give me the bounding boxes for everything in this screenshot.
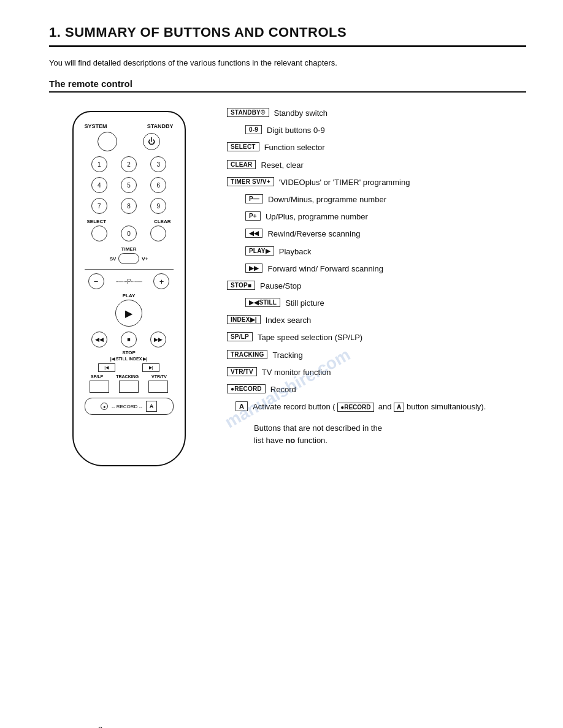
btn-7[interactable]: 7 [91,198,107,214]
tracking-btn[interactable] [119,381,139,393]
rewind-btn[interactable]: ◀◀ [91,332,107,347]
desc-index: INDEX▶| Index search [227,315,526,326]
tag-pplus: P+ [245,211,261,221]
btn-4[interactable]: 4 [91,177,107,193]
desc-record: ●RECORD Record [227,384,526,395]
desc-splp: SP/LP Tape speed selection (SP/LP) [227,332,526,343]
text-record: Record [270,384,296,395]
timer-knob-row: SV V+ [85,253,174,264]
page-number: 2 [98,725,102,728]
remote-control: SYSTEM STANDBY ⏻ 1 2 3 4 5 6 [72,111,186,466]
btn-9[interactable]: 9 [150,198,166,214]
text-activate: Activate record button ( ●RECORD and A b… [253,401,486,412]
tag-select: SELECT [227,142,259,151]
text-pplus: Up/Plus, programme number [266,211,368,222]
splp-label: SP/LP [91,374,103,379]
tag-still: ▶◀STILL [245,298,280,307]
plus-btn[interactable]: + [153,273,169,289]
desc-still: ▶◀STILL Still picture [227,298,526,309]
page-title: 1. SUMMARY OF BUTTONS AND CONTROLS [49,25,526,47]
minus-plus-row: − ·········P········· + [85,273,174,289]
btn-3[interactable]: 3 [150,156,166,172]
text-rewind: Rewind/Reverse scanning [267,229,360,240]
select-0-clear-row: 0 [85,226,174,241]
select-clear-labels: SELECT CLEAR [85,219,174,224]
system-label: SYSTEM [85,123,107,129]
clear-btn[interactable] [150,226,166,241]
desc-select: SELECT Function selector [227,142,526,153]
still-btn[interactable]: |◀ [98,363,115,372]
desc-rewind: ◀◀ Rewind/Reverse scanning [227,229,526,240]
system-btn[interactable] [98,132,117,151]
content-area: SYSTEM STANDBY ⏻ 1 2 3 4 5 6 [49,105,526,466]
text-still: Still picture [285,298,324,309]
tag-pminus: P— [245,194,263,203]
desc-pminus: P— Down/Minus, programme number [227,194,526,205]
splp-btn[interactable] [90,381,109,393]
desc-stop: STOP■ Pause/Stop [227,281,526,292]
btn-0[interactable]: 0 [121,226,137,241]
section-header: The remote control [49,78,526,93]
tag-rewind: ◀◀ [245,229,262,238]
bottom-controls-row: |◀ ▶| [85,363,174,372]
tag-splp: SP/LP [227,332,253,341]
tag-ff: ▶▶ [245,264,262,273]
record-dot[interactable]: ● [101,403,108,410]
text-stop: Pause/Stop [260,281,301,292]
btn-6[interactable]: 6 [150,177,166,193]
num-row-3: 7 8 9 [85,198,174,214]
tag-timer: TIMER SV/V+ [227,177,274,186]
remote-top-labels: SYSTEM STANDBY [85,123,174,129]
dotted-line: ·········P········· [115,278,142,285]
num-row-1: 1 2 3 [85,156,174,172]
sv-label: SV [110,256,117,262]
vplus-label: V+ [142,256,148,262]
tag-vtrtv: VTR/TV [227,367,257,376]
transport-row: ◀◀ ■ ▶▶ [85,332,174,347]
timer-knob[interactable] [118,253,139,264]
remote-container: SYSTEM STANDBY ⏻ 1 2 3 4 5 6 [49,105,209,466]
desc-play: PLAY▶ Playback [227,246,526,257]
tag-clear: CLEAR [227,160,256,169]
text-09: Digit buttons 0-9 [267,125,325,136]
text-standby: Standby switch [274,108,327,119]
index-btn[interactable]: ▶| [142,363,159,372]
buttons-note-bold: no [285,436,295,445]
buttons-note-line2: list have [254,436,285,445]
text-splp: Tape speed selection (SP/LP) [258,332,362,343]
clear-label-remote: CLEAR [154,219,171,224]
tag-play: PLAY▶ [245,246,274,256]
desc-pplus: P+ Up/Plus, programme number [227,211,526,222]
btn-1[interactable]: 1 [91,156,107,172]
minus-btn[interactable]: − [88,273,104,289]
a-btn[interactable]: A [146,401,157,412]
tag-09: 0-9 [245,125,262,134]
splp-tracking-labels: SP/LP TRACKING VTR/TV [85,374,174,379]
intro-text: You will find detailed descriptions of t… [49,58,526,67]
btn-2[interactable]: 2 [121,156,137,172]
select-btn[interactable] [91,226,107,241]
text-clear: Reset, clear [261,160,303,171]
text-timer: 'VIDEOplus' or 'TIMER' programming [279,177,410,188]
tag-a: A [236,401,248,411]
descriptions-panel: STANDBY© Standby switch 0-9 Digit button… [227,105,526,446]
desc-timer: TIMER SV/V+ 'VIDEOplus' or 'TIMER' progr… [227,177,526,188]
btn-5[interactable]: 5 [121,177,137,193]
ff-btn[interactable]: ▶▶ [150,332,166,347]
timer-label: TIMER [85,246,174,252]
divider-1 [85,269,174,270]
stop-btn[interactable]: ■ [121,332,137,347]
system-standby-row: ⏻ [85,132,174,151]
tag-index: INDEX▶| [227,315,261,324]
vtrtv-btn[interactable] [148,381,168,393]
btn-8[interactable]: 8 [121,198,137,214]
standby-label: STANDBY [147,123,174,129]
standby-btn[interactable]: ⏻ [143,133,160,150]
vtrtv-label: VTR/TV [151,374,167,379]
text-play: Playback [279,246,312,257]
text-ff: Forward wind/ Forward scanning [267,264,383,275]
play-big-btn[interactable]: ▶ [115,300,142,327]
still-label: |◀ STILL INDEX ▶| [110,357,147,362]
tag-standby: STANDBY© [227,108,269,117]
tracking-label-remote: TRACKING [116,374,139,379]
